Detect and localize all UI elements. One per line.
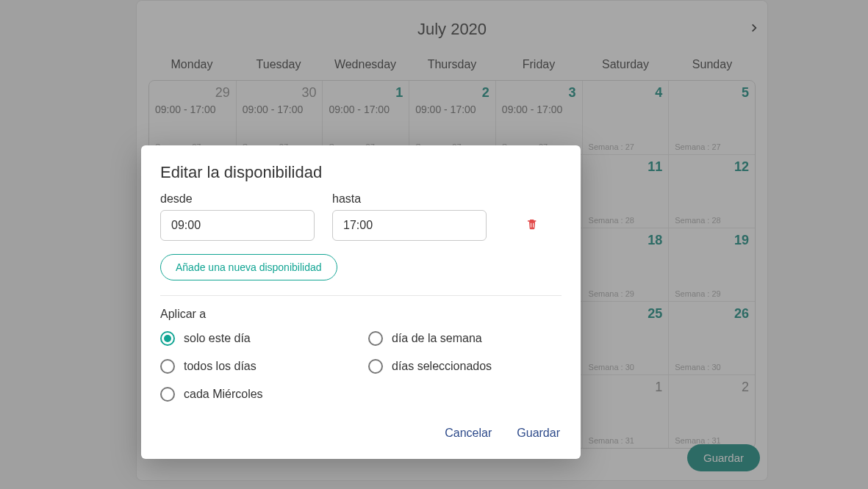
radio-icon <box>160 331 175 346</box>
apply-option[interactable]: día de la semana <box>368 331 562 346</box>
radio-icon <box>368 331 383 346</box>
to-time-input[interactable] <box>332 210 487 241</box>
apply-options: solo este díadía de la semanatodos los d… <box>160 331 562 402</box>
to-label: hasta <box>332 192 487 206</box>
apply-option-label: todos los días <box>184 360 257 373</box>
apply-option-label: cada Miércoles <box>184 388 263 401</box>
cancel-button[interactable]: Cancelar <box>443 424 493 443</box>
edit-availability-modal: Editar la disponibilidad desde hasta Aña… <box>141 145 581 459</box>
radio-icon <box>160 359 175 374</box>
radio-icon <box>160 387 175 402</box>
apply-option[interactable]: días seleccionados <box>368 359 562 374</box>
apply-to-title: Aplicar a <box>160 308 562 321</box>
add-availability-button[interactable]: Añade una nueva disponibilidad <box>160 254 337 280</box>
divider <box>160 295 562 296</box>
delete-icon[interactable] <box>526 217 538 241</box>
apply-option[interactable]: solo este día <box>160 331 354 346</box>
modal-title: Editar la disponibilidad <box>160 163 562 182</box>
apply-option-label: solo este día <box>184 332 251 345</box>
radio-icon <box>368 359 383 374</box>
from-label: desde <box>160 192 315 206</box>
apply-option-label: días seleccionados <box>392 360 492 373</box>
apply-option[interactable]: cada Miércoles <box>160 387 354 402</box>
from-time-input[interactable] <box>160 210 315 241</box>
apply-option[interactable]: todos los días <box>160 359 354 374</box>
modal-overlay[interactable]: Editar la disponibilidad desde hasta Aña… <box>0 0 868 489</box>
apply-option-label: día de la semana <box>392 332 482 345</box>
modal-save-button[interactable]: Guardar <box>515 424 562 443</box>
